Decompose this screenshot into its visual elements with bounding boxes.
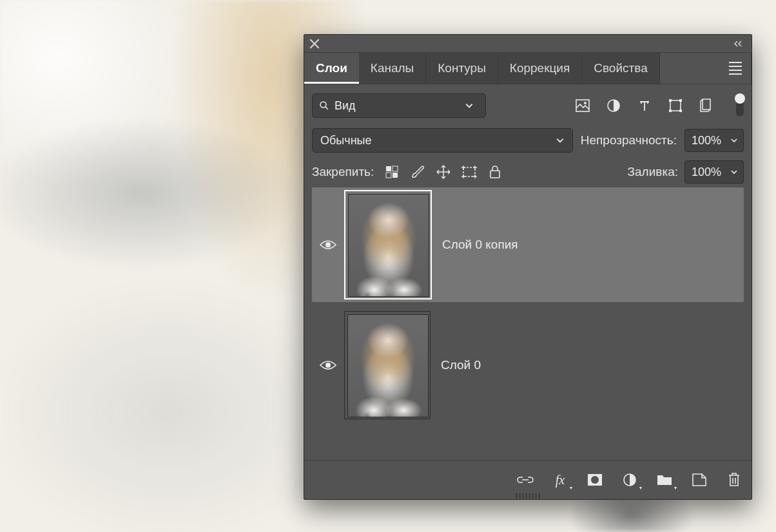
- blend-mode-select[interactable]: Обычные: [312, 128, 573, 153]
- lock-label: Закрепить:: [312, 165, 374, 179]
- filter-toggle[interactable]: [736, 95, 744, 117]
- opacity-label: Непрозрачность:: [581, 133, 677, 147]
- visibility-toggle[interactable]: [312, 359, 344, 372]
- filter-type-icons: [575, 95, 744, 117]
- opacity-value[interactable]: 100%: [684, 129, 728, 152]
- svg-rect-10: [393, 166, 398, 171]
- svg-rect-8: [679, 109, 682, 112]
- blend-mode-value: Обычные: [320, 134, 372, 147]
- svg-rect-11: [386, 173, 391, 178]
- svg-point-16: [325, 363, 331, 368]
- svg-rect-13: [463, 167, 475, 176]
- svg-rect-5: [669, 99, 672, 102]
- layers-panel: Слои Каналы Контуры Коррекция Свойства В…: [304, 34, 752, 500]
- eye-icon: [319, 359, 337, 372]
- collapse-icon[interactable]: [733, 41, 746, 47]
- tab-layers[interactable]: Слои: [304, 53, 359, 84]
- panel-tabs: Слои Каналы Контуры Коррекция Свойства: [304, 53, 752, 84]
- layer-row[interactable]: Слой 0 копия: [312, 187, 744, 302]
- search-icon: [319, 100, 329, 111]
- svg-point-15: [325, 242, 331, 247]
- shape-icon[interactable]: [668, 98, 683, 113]
- close-icon[interactable]: [309, 39, 320, 49]
- lock-group: Закрепить:: [312, 164, 503, 180]
- visibility-toggle[interactable]: [312, 238, 344, 251]
- svg-rect-4: [670, 100, 681, 111]
- fill-value[interactable]: 100%: [684, 160, 728, 184]
- panel-menu-button[interactable]: [720, 53, 752, 84]
- svg-point-0: [320, 102, 326, 108]
- new-layer-icon[interactable]: [691, 471, 708, 488]
- svg-rect-9: [386, 166, 391, 171]
- eye-icon: [319, 238, 337, 251]
- svg-rect-14: [490, 171, 500, 178]
- lock-pixels-icon[interactable]: [384, 164, 400, 180]
- trash-icon[interactable]: [726, 471, 742, 488]
- svg-rect-7: [669, 109, 672, 112]
- opacity-dropdown[interactable]: [725, 129, 744, 152]
- layer-row[interactable]: Слой 0: [312, 309, 744, 422]
- type-icon[interactable]: [637, 98, 652, 113]
- tab-properties[interactable]: Свойства: [582, 53, 659, 84]
- fx-icon[interactable]: fx▾: [552, 471, 568, 488]
- group-icon[interactable]: ▾: [656, 471, 673, 488]
- layer-thumbnail[interactable]: [344, 311, 431, 419]
- filter-row: Вид: [304, 84, 752, 124]
- lock-move-icon[interactable]: [436, 164, 451, 180]
- fill-label: Заливка:: [628, 165, 678, 179]
- smartobj-icon[interactable]: [699, 98, 714, 113]
- lock-artboard-icon[interactable]: [461, 164, 477, 180]
- resize-grip[interactable]: [516, 493, 540, 499]
- filter-label: Вид: [335, 99, 356, 113]
- panel-titlebar: [304, 35, 752, 53]
- fill-dropdown[interactable]: [725, 160, 744, 184]
- svg-rect-6: [679, 99, 682, 102]
- link-icon[interactable]: [517, 471, 534, 488]
- svg-point-18: [591, 476, 599, 484]
- tab-adjustments[interactable]: Коррекция: [498, 53, 582, 84]
- image-icon[interactable]: [575, 98, 590, 113]
- mask-icon[interactable]: [587, 471, 603, 488]
- layer-thumbnail[interactable]: [344, 190, 432, 299]
- layer-name[interactable]: Слой 0: [441, 358, 481, 372]
- adjust-icon[interactable]: [606, 98, 621, 113]
- adjustment-icon[interactable]: ▾: [621, 471, 638, 488]
- chevron-down-icon: [465, 101, 479, 110]
- fill-group: Заливка: 100%: [628, 160, 744, 184]
- lock-brush-icon[interactable]: [410, 164, 425, 180]
- svg-rect-12: [393, 173, 398, 178]
- tab-paths[interactable]: Контуры: [426, 53, 498, 84]
- layers-list: Слой 0 копия Слой 0: [304, 187, 752, 422]
- layer-filter-select[interactable]: Вид: [312, 93, 486, 118]
- lock-row: Закрепить: Заливка: 100%: [304, 157, 752, 187]
- tab-channels[interactable]: Каналы: [359, 53, 426, 84]
- svg-point-2: [584, 102, 587, 104]
- blend-row: Обычные Непрозрачность: 100%: [304, 124, 752, 157]
- chevron-down-icon: [556, 136, 565, 145]
- lock-all-icon[interactable]: [487, 164, 503, 180]
- hamburger-icon: [729, 62, 742, 75]
- panel-bottom-bar: fx▾ ▾ ▾: [304, 460, 752, 499]
- layer-name[interactable]: Слой 0 копия: [442, 238, 518, 252]
